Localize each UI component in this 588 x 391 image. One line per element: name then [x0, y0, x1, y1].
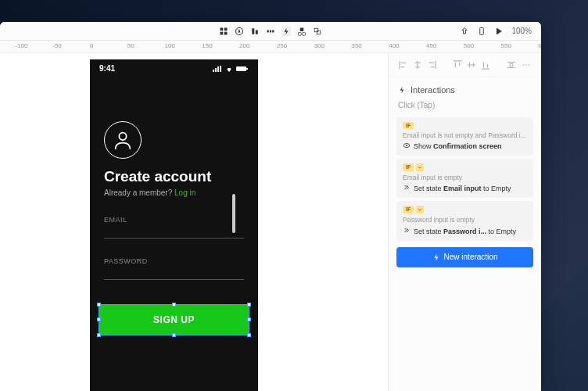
device-status-bar: 9:41	[90, 59, 258, 73]
interaction-card[interactable]: IFEmail input is not empty and Password …	[396, 117, 533, 156]
distribute-icon[interactable]	[266, 27, 275, 36]
login-link[interactable]: Log in	[174, 188, 195, 197]
selection-handle[interactable]	[97, 333, 101, 337]
zoom-level[interactable]: 100%	[511, 27, 532, 35]
subtext: Already a member? Log in	[104, 188, 244, 197]
action-text: Set state Password i... to Empty	[414, 228, 516, 235]
trigger-label: Click (Tap)	[389, 101, 541, 114]
ruler-tick: 100	[165, 42, 175, 49]
action-text: Show Confirmation screen	[414, 142, 502, 150]
ruler-tick: 250	[277, 42, 287, 49]
section-title-label: Interactions	[411, 85, 455, 95]
canvas[interactable]: 9:41 Create account Already a member? Lo…	[0, 53, 388, 391]
svg-rect-16	[217, 66, 219, 72]
align-center-h-icon[interactable]	[412, 59, 423, 70]
svg-point-20	[119, 133, 126, 140]
signal-icon	[213, 66, 222, 72]
bolt-icon	[432, 253, 440, 261]
top-toolbar: 100%	[0, 22, 541, 41]
main-area: 9:41 Create account Already a member? Lo…	[0, 53, 541, 391]
ruler-tick: 300	[314, 42, 324, 49]
play-icon[interactable]	[494, 27, 504, 36]
interaction-card[interactable]: IFPassword input is emptySet state Passw…	[396, 201, 533, 240]
email-label: EMAIL	[104, 216, 244, 224]
svg-point-21	[523, 64, 525, 66]
bolt-icon[interactable]	[281, 27, 291, 36]
svg-rect-8	[300, 27, 304, 31]
state-icon	[403, 184, 411, 193]
ruler-tick: 50	[127, 42, 134, 49]
chevron-down-icon[interactable]	[416, 206, 424, 213]
svg-rect-14	[213, 70, 214, 72]
svg-rect-17	[220, 66, 221, 72]
svg-rect-10	[303, 32, 306, 35]
share-icon[interactable]	[460, 27, 469, 36]
email-input-line[interactable]	[104, 238, 244, 239]
svg-point-23	[529, 64, 530, 66]
svg-rect-6	[270, 30, 271, 32]
distribute-v-icon[interactable]	[507, 59, 517, 70]
selection-handle[interactable]	[172, 303, 176, 307]
interaction-card[interactable]: IFEmail input is emptySet state Email in…	[396, 159, 533, 198]
svg-rect-3	[224, 31, 228, 34]
subtext-label: Already a member?	[104, 188, 174, 197]
svg-rect-7	[272, 30, 274, 32]
signup-button[interactable]: SIGN UP	[99, 305, 249, 335]
ruler-tick: 150	[202, 42, 212, 49]
ruler-tick: 600	[538, 42, 541, 49]
selection-handle[interactable]	[247, 317, 251, 321]
panel-alignment-tools	[389, 59, 541, 77]
svg-rect-12	[317, 30, 321, 34]
selection-handle[interactable]	[247, 333, 251, 337]
align-right-icon[interactable]	[426, 59, 437, 70]
toolbar-right-group: 100%	[460, 27, 532, 36]
person-icon	[112, 129, 134, 151]
new-interaction-label: New interaction	[444, 253, 498, 261]
more-icon[interactable]	[522, 59, 532, 70]
password-input-line[interactable]	[104, 279, 244, 280]
scrollbar-thumb[interactable]	[232, 194, 235, 233]
avatar-placeholder	[104, 121, 142, 159]
align-top-icon[interactable]	[452, 59, 463, 70]
chevron-down-icon[interactable]	[416, 163, 424, 171]
ruler-tick: 350	[351, 42, 361, 49]
battery-icon	[236, 66, 249, 72]
svg-rect-13	[480, 27, 484, 34]
ruler-tick: 450	[426, 42, 436, 49]
align-bottom-icon[interactable]	[480, 59, 491, 70]
toolbar-center-group	[219, 27, 322, 36]
svg-rect-0	[220, 27, 224, 30]
wifi-icon	[224, 66, 234, 72]
selection-handle[interactable]	[247, 303, 251, 307]
app-window: 100% -250-200-150-100-500501001502002503…	[0, 22, 541, 391]
interactions-section-title: Interactions	[389, 77, 541, 101]
signup-button-label: SIGN UP	[153, 314, 195, 325]
condition-badge: IF	[403, 206, 414, 213]
ruler-tick: 500	[464, 42, 474, 49]
svg-rect-2	[220, 31, 224, 34]
align-left-icon[interactable]	[398, 59, 409, 70]
device-icon[interactable]	[477, 27, 486, 36]
selection-handle[interactable]	[97, 303, 101, 307]
detach-icon[interactable]	[313, 27, 322, 36]
state-icon	[403, 227, 411, 236]
layers-icon[interactable]	[219, 27, 228, 36]
align-icon[interactable]	[250, 27, 260, 36]
ruler-tick: 200	[239, 42, 249, 49]
condition-text: Password input is empty	[403, 216, 527, 224]
svg-rect-18	[236, 66, 246, 71]
component-icon[interactable]	[297, 27, 307, 36]
svg-rect-15	[215, 68, 217, 72]
condition-badge: IF	[403, 163, 414, 171]
selection-handle[interactable]	[172, 333, 176, 337]
eye-icon	[403, 142, 411, 151]
ruler-tick: 400	[389, 42, 399, 49]
condition-badge: IF	[403, 122, 414, 129]
action-text: Set state Email input to Empty	[414, 185, 511, 192]
selection-handle[interactable]	[97, 317, 101, 321]
svg-rect-1	[224, 27, 228, 30]
ruler-tick: 550	[501, 42, 511, 49]
compass-icon[interactable]	[235, 27, 244, 36]
align-center-v-icon[interactable]	[466, 59, 477, 70]
new-interaction-button[interactable]: New interaction	[396, 247, 533, 267]
